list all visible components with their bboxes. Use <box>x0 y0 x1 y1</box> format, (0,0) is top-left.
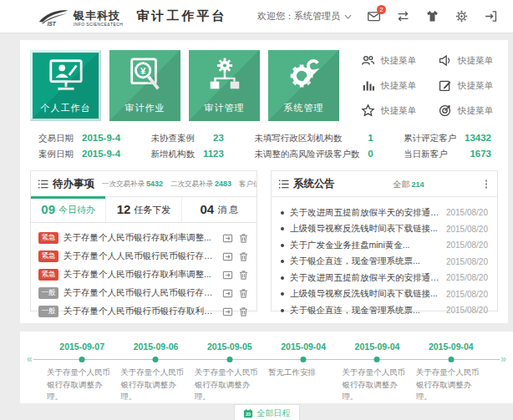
bullet-icon <box>281 211 284 215</box>
bullet-icon <box>281 292 284 296</box>
bar-chart-icon <box>361 78 375 93</box>
announcement-date: 2015/08/20 <box>446 208 488 217</box>
event-date: 2015-09-04 <box>355 342 400 352</box>
calendar-icon: 23 <box>243 408 253 418</box>
timeline-dot <box>153 357 159 362</box>
delete-icon[interactable] <box>238 233 249 244</box>
message-count-badge: 2 <box>377 5 386 14</box>
gear-wrench-icon <box>285 56 323 94</box>
quick-menu-label: 快捷菜单 <box>381 105 416 117</box>
forward-icon[interactable] <box>222 270 233 281</box>
quick-menu-label: 快捷菜单 <box>458 105 493 117</box>
event-description: 关于存量个人民币银行存取调整办理。 <box>340 367 414 403</box>
all-schedule-label: 全部日程 <box>257 407 291 419</box>
ist-swoosh-icon: IST <box>37 7 70 27</box>
announcement-title[interactable]: 关于银企直连，现金管理系统票... <box>290 256 440 267</box>
timeline-prev-icon[interactable]: « <box>27 353 33 365</box>
event-description: 关于存量个人民币银行存取调整办理。 <box>119 367 192 403</box>
forward-icon[interactable] <box>222 306 233 317</box>
quick-menu-target[interactable]: 快捷菜单 <box>438 104 493 118</box>
message-icon[interactable]: 2 <box>367 9 381 23</box>
event-description: 关于存量个人民币银行存取调整办理。 <box>45 367 119 403</box>
view-all-link[interactable]: 全部214 <box>393 179 424 190</box>
forward-icon[interactable] <box>222 233 233 244</box>
todo-item: 一般 关于存量个人民币银行币银行存取利率调整... <box>38 302 249 321</box>
target-icon <box>438 104 452 118</box>
user-menu[interactable]: 欢迎您：系统管理员 <box>257 10 352 23</box>
forward-icon[interactable] <box>222 288 233 299</box>
brand-name: 银丰科技 <box>74 10 123 21</box>
announcement-date: 2015/08/20 <box>446 225 488 234</box>
tab-task-dispatch[interactable]: 12任务下发 <box>106 197 181 222</box>
announcement-item: 关于改进周五提前放假半天的安排通知...2015/08/20 <box>281 205 488 221</box>
forward-icon[interactable] <box>222 251 233 262</box>
delete-icon[interactable] <box>238 251 249 262</box>
announcement-date: 2015/08/20 <box>446 257 488 266</box>
timeline-next-icon[interactable]: » <box>500 353 506 365</box>
schedule-timeline-card: « » 2015-09-07 关于存量个人民币银行存取调整办理。 2015-09… <box>20 331 513 403</box>
search-yen-icon: ¥ <box>126 56 165 94</box>
announcement-date: 2015/08/20 <box>446 240 488 250</box>
module-tiles: 个人工作台 ¥ 审计作业 <box>30 50 339 121</box>
announcement-title[interactable]: 关于改进周五提前放假半天的安排通知... <box>290 272 440 284</box>
event-description: 关于存量个人民币银行存取调整办理。 <box>193 367 267 403</box>
announcement-title[interactable]: 上级领导视察反洗钱时间表下载链接... <box>290 223 440 235</box>
all-schedule-button[interactable]: 23 全部日程 <box>234 404 300 420</box>
timeline-event[interactable]: 2015-09-07 关于存量个人民币银行存取调整办理。 <box>45 342 119 403</box>
todo-item-title[interactable]: 关于存量个人民币银行存取利率调整... <box>63 232 217 244</box>
quick-menu-edit[interactable]: 快捷菜单 <box>438 78 493 93</box>
announcement-date: 2015/08/20 <box>446 306 488 315</box>
quick-menu-favorites[interactable]: 快捷菜单 <box>361 104 416 118</box>
tile-label: 审计作业 <box>109 102 180 114</box>
svg-text:IST: IST <box>48 20 57 26</box>
settings-icon[interactable] <box>455 9 469 23</box>
todo-item-title[interactable]: 关于存量个人民币银行币银行存取利率调整... <box>63 306 217 317</box>
tile-label: 系统管理 <box>268 102 339 114</box>
event-date: 2015-09-07 <box>59 342 104 352</box>
svg-text:¥: ¥ <box>140 66 145 76</box>
tile-system-management[interactable]: 系统管理 <box>268 50 339 121</box>
todo-item-title[interactable]: 关于存量个人民币银行人民币银行存取利率调整... <box>63 287 217 299</box>
theme-icon[interactable] <box>425 9 439 23</box>
announcement-item: 关于银企直连，现金管理系统票...2015/08/20 <box>281 254 488 271</box>
todo-panel: 待办事项 一次交易补录5432 二次交易补录2483 客户信息补录86 09今日… <box>30 170 257 311</box>
todo-item: 紧急 关于存量个人民币银行存取利率调整... <box>38 229 249 247</box>
tile-audit-management[interactable]: 审计管理 <box>189 50 260 121</box>
logout-icon[interactable] <box>484 9 498 23</box>
quick-menu-users[interactable]: 快捷菜单 <box>361 53 416 68</box>
tab-today-todo[interactable]: 09今日待办 <box>31 197 106 222</box>
delete-icon[interactable] <box>238 306 249 317</box>
delete-icon[interactable] <box>238 288 249 299</box>
announcement-panel: 系统公告 全部214 关于改进周五提前放假半天的安排通知...2015/08/2… <box>271 170 498 311</box>
announcement-title[interactable]: 关于改进周五提前放假半天的安排通知... <box>290 207 440 219</box>
delete-icon[interactable] <box>238 270 249 281</box>
star-icon <box>361 104 375 118</box>
announcement-item: 关于银企直连，现金管理系统票...2015/08/20 <box>281 302 488 319</box>
timeline-event[interactable]: 2015-09-05 关于存量个人民币银行存取调整办理。 <box>193 342 267 403</box>
swap-icon[interactable] <box>396 9 410 23</box>
users-icon <box>361 53 375 68</box>
announcement-title[interactable]: 关于银企直连，现金管理系统票... <box>290 305 440 316</box>
announcement-title[interactable]: 关于广发金业务挂盘mini黄金... <box>290 240 440 251</box>
more-options-icon[interactable] <box>482 179 490 190</box>
stat-second-supplement: 二次交易补录2483 <box>170 180 231 190</box>
svg-text:23: 23 <box>246 412 251 417</box>
tab-messages[interactable]: 04消 息 <box>182 197 256 222</box>
timeline-event[interactable]: 2015-09-04 暂无工作安排 <box>267 342 340 403</box>
todo-item-title[interactable]: 关于存量个人民币银行存取利率调整... <box>63 269 217 281</box>
tile-personal-workbench[interactable]: 个人工作台 <box>30 50 101 121</box>
quick-menu-announce[interactable]: 快捷菜单 <box>438 53 493 68</box>
event-date: 2015-09-04 <box>429 342 474 352</box>
announcement-item: 关于改进周五提前放假半天的安排通知...2015/08/20 <box>281 270 488 286</box>
announcement-title[interactable]: 上级领导视察反洗钱时间表下载链接... <box>290 288 440 300</box>
welcome-text: 欢迎您：系统管理员 <box>257 10 340 23</box>
timeline-event[interactable]: 2015-09-06 关于存量个人民币银行存取调整办理。 <box>119 342 192 403</box>
timeline-event[interactable]: 2015-09-04 关于存量个人民币银行存取调整办理。 <box>414 342 488 403</box>
timeline-event[interactable]: 2015-09-04 关于存量个人民币银行存取调整办理。 <box>340 342 414 403</box>
quick-menu-report[interactable]: 快捷菜单 <box>361 78 416 93</box>
todo-item-title[interactable]: 关于存量个人人民币银行民币银行存取利率调整... <box>63 250 217 262</box>
edit-icon <box>438 78 452 93</box>
todo-item: 紧急 关于存量个人人民币银行民币银行存取利率调整... <box>38 247 249 266</box>
summary-stats: 交易日期2015-9-4 案例日期2015-9-4 未协查案例23 新增机构数1… <box>38 132 491 159</box>
tile-audit-operation[interactable]: ¥ 审计作业 <box>109 50 180 121</box>
